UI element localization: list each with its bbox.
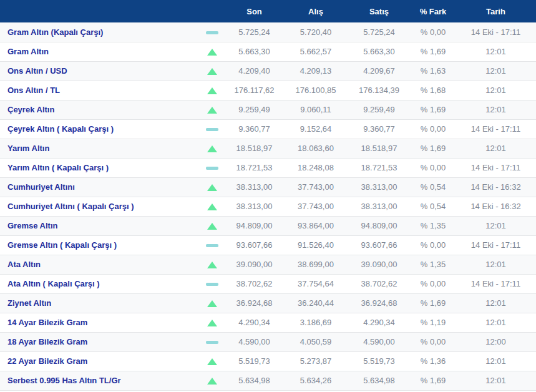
- flat-dash-icon: [206, 341, 218, 344]
- gold-prices-table: Son Alış Satış % Fark Tarih Gram Altın (…: [0, 0, 536, 391]
- triangle-up-icon: [207, 300, 217, 307]
- satis-value: 36.924,68: [348, 293, 411, 313]
- son-value: 4.290,34: [225, 313, 284, 332]
- satis-value: 18.721,53: [348, 158, 411, 177]
- instrument-name-link[interactable]: Çeyrek Altın ( Kapalı Çarşı ): [0, 119, 200, 139]
- column-header-alis: Alış: [284, 0, 348, 22]
- alis-value: 18.248,08: [284, 158, 348, 177]
- table-row: Ata Altın ( Kapalı Çarşı ) 38.702,62 37.…: [0, 274, 536, 293]
- instrument-name-link[interactable]: Yarım Altın ( Kapalı Çarşı ): [0, 158, 200, 177]
- son-value: 5.725,24: [225, 22, 284, 42]
- triangle-up-icon: [207, 184, 217, 191]
- alis-value: 176.100,85: [284, 81, 348, 100]
- tarih-value: 12:01: [456, 100, 536, 119]
- tarih-value: 14 Eki - 16:32: [456, 197, 536, 216]
- fark-value: % 1,69: [411, 100, 456, 119]
- instrument-name-link[interactable]: Yarım Altın: [0, 139, 200, 158]
- instrument-name-link[interactable]: Ons Altın / USD: [0, 61, 200, 81]
- fark-value: % 0,00: [411, 158, 456, 177]
- instrument-name-link[interactable]: Gram Altın (Kapalı Çarşı): [0, 22, 200, 42]
- tarih-value: 14 Eki - 16:32: [456, 177, 536, 197]
- tarih-value: 14 Eki - 17:11: [456, 158, 536, 177]
- table-row: Ziynet Altın 36.924,68 36.240,44 36.924,…: [0, 293, 536, 313]
- fark-value: % 1,35: [411, 255, 456, 274]
- triangle-up-icon: [207, 262, 217, 268]
- son-value: 18.721,53: [225, 158, 284, 177]
- fark-value: % 0,00: [411, 119, 456, 139]
- fark-value: % 1,69: [411, 371, 456, 390]
- tarih-value: 14 Eki - 17:11: [456, 22, 536, 42]
- alis-value: 37.743,00: [284, 197, 348, 216]
- tarih-value: 12:01: [456, 313, 536, 332]
- table-row: Cumhuriyet Altını 38.313,00 37.743,00 38…: [0, 177, 536, 197]
- trend-cell: [200, 81, 225, 100]
- fark-value: % 1,68: [411, 81, 456, 100]
- table-header: Son Alış Satış % Fark Tarih: [0, 0, 536, 22]
- alis-value: 4.209,13: [284, 61, 348, 81]
- alis-value: 4.050,59: [284, 332, 348, 351]
- satis-value: 18.518,97: [348, 139, 411, 158]
- instrument-name-link[interactable]: 14 Ayar Bilezik Gram: [0, 313, 200, 332]
- tarih-value: 12:01: [456, 81, 536, 100]
- table-row: Serbest 0.995 Has Altın TL/Gr 5.634,98 5…: [0, 371, 536, 390]
- table-row: 14 Ayar Bilezik Gram 4.290,34 3.186,69 4…: [0, 313, 536, 332]
- instrument-name-link[interactable]: Ons Altın / TL: [0, 81, 200, 100]
- column-header-satis: Satış: [348, 0, 411, 22]
- instrument-name-link[interactable]: Gremse Altın: [0, 216, 200, 235]
- instrument-name-link[interactable]: Ata Altın: [0, 255, 200, 274]
- column-header-son: Son: [225, 0, 284, 22]
- tarih-value: 14 Eki - 17:11: [456, 119, 536, 139]
- instrument-name-link[interactable]: Serbest 0.995 Has Altın TL/Gr: [0, 371, 200, 390]
- triangle-up-icon: [207, 68, 217, 75]
- son-value: 9.360,77: [225, 119, 284, 139]
- son-value: 93.607,66: [225, 235, 284, 255]
- table-row: 22 Ayar Bilezik Gram 5.519,73 5.273,87 5…: [0, 351, 536, 371]
- satis-value: 5.634,98: [348, 371, 411, 390]
- fark-value: % 0,54: [411, 197, 456, 216]
- fark-value: % 0,00: [411, 22, 456, 42]
- instrument-name-link[interactable]: Cumhuriyet Altını ( Kapalı Çarşı ): [0, 197, 200, 216]
- instrument-name-link[interactable]: Gremse Altın ( Kapalı Çarşı ): [0, 235, 200, 255]
- satis-value: 176.134,39: [348, 81, 411, 100]
- satis-value: 4.590,00: [348, 332, 411, 351]
- triangle-up-icon: [207, 378, 217, 385]
- instrument-name-link[interactable]: Gram Altın: [0, 42, 200, 61]
- tarih-value: 14 Eki - 17:11: [456, 235, 536, 255]
- fark-value: % 1,69: [411, 293, 456, 313]
- tarih-value: 12:01: [456, 351, 536, 371]
- instrument-name-link[interactable]: Cumhuriyet Altını: [0, 177, 200, 197]
- alis-value: 5.273,87: [284, 351, 348, 371]
- tarih-value: 12:01: [456, 42, 536, 61]
- son-value: 38.702,62: [225, 274, 284, 293]
- triangle-up-icon: [207, 358, 217, 365]
- instrument-name-link[interactable]: Ata Altın ( Kapalı Çarşı ): [0, 274, 200, 293]
- price-table-body: Gram Altın (Kapalı Çarşı) 5.725,24 5.720…: [0, 22, 536, 390]
- trend-cell: [200, 332, 225, 351]
- trend-cell: [200, 216, 225, 235]
- trend-cell: [200, 274, 225, 293]
- instrument-name-link[interactable]: Ziynet Altın: [0, 293, 200, 313]
- son-value: 4.209,40: [225, 61, 284, 81]
- trend-cell: [200, 177, 225, 197]
- trend-cell: [200, 293, 225, 313]
- alis-value: 5.720,40: [284, 22, 348, 42]
- satis-value: 93.607,66: [348, 235, 411, 255]
- instrument-name-link[interactable]: 18 Ayar Bilezik Gram: [0, 332, 200, 351]
- alis-value: 36.240,44: [284, 293, 348, 313]
- table-row: Yarım Altın ( Kapalı Çarşı ) 18.721,53 1…: [0, 158, 536, 177]
- son-value: 5.519,73: [225, 351, 284, 371]
- satis-value: 9.259,49: [348, 100, 411, 119]
- flat-dash-icon: [206, 31, 218, 34]
- son-value: 18.518,97: [225, 139, 284, 158]
- son-value: 36.924,68: [225, 293, 284, 313]
- table-row: 18 Ayar Bilezik Gram 4.590,00 4.050,59 4…: [0, 332, 536, 351]
- trend-cell: [200, 100, 225, 119]
- instrument-name-link[interactable]: 22 Ayar Bilezik Gram: [0, 351, 200, 371]
- fark-value: % 0,00: [411, 235, 456, 255]
- triangle-up-icon: [207, 145, 217, 152]
- table-row: Gram Altın 5.663,30 5.662,57 5.663,30 % …: [0, 42, 536, 61]
- satis-value: 9.360,77: [348, 119, 411, 139]
- instrument-name-link[interactable]: Çeyrek Altın: [0, 100, 200, 119]
- triangle-up-icon: [207, 49, 217, 56]
- tarih-value: 12:00: [456, 332, 536, 351]
